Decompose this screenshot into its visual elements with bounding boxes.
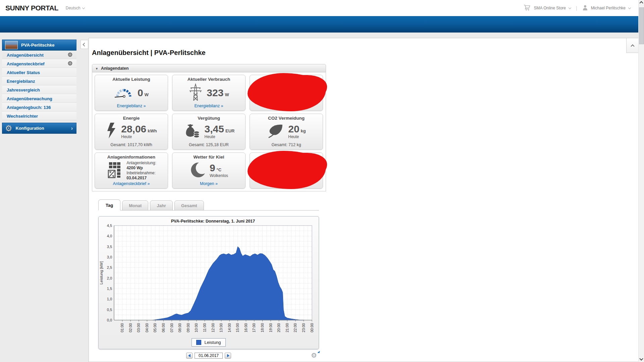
top-right-menu: SMA Online Store | Michael Perlitschke — [524, 4, 631, 12]
top-bar: SUNNY PORTAL Deutsch SMA Online Store | … — [0, 0, 644, 16]
sidebar-item-aktueller-status[interactable]: Aktueller Status — [2, 68, 76, 77]
sidebar-item-jahresvergleich[interactable]: Jahresvergleich — [2, 85, 76, 94]
svg-text:16:00: 16:00 — [244, 323, 248, 333]
moneybag-icon — [183, 123, 201, 140]
svg-text:1,0: 1,0 — [107, 297, 112, 301]
svg-text:3,5: 3,5 — [107, 245, 112, 249]
tile-value-block: 323W — [207, 88, 229, 98]
user-menu[interactable]: Michael Perlitschke — [591, 6, 626, 10]
tile-title: Anlageninformationen — [107, 155, 155, 160]
next-day-button[interactable] — [225, 353, 231, 359]
scroll-up-arrow[interactable] — [640, 2, 643, 4]
arrow-right-icon — [227, 354, 231, 357]
legend-label: Leistung — [204, 340, 221, 345]
svg-text:21:00: 21:00 — [285, 323, 289, 333]
sidebar-item-label: Wechselrichter — [7, 114, 38, 119]
sidebar-item-label: Anlagenüberwachung — [7, 96, 52, 101]
tab-jahr[interactable]: Jahr — [150, 200, 172, 210]
svg-text:4,5: 4,5 — [107, 224, 112, 228]
tile-footer: Energiebilanz » — [117, 104, 146, 110]
tile-value: 323W — [207, 88, 229, 98]
sidebar-item-energiebilanz[interactable]: Energiebilanz — [2, 77, 76, 85]
user-icon — [582, 5, 588, 12]
tile-link[interactable]: Energiebilanz » — [194, 104, 223, 108]
sidebar-item-label: Jahresvergleich — [7, 87, 40, 93]
tile-verg-tung: Vergütung3,45EURHeuteGesamt: 125,18 EUR — [172, 114, 246, 150]
globe-icon — [68, 61, 72, 67]
tile-main: 9°CWolkenlos — [174, 160, 243, 181]
chevron-up-icon — [631, 44, 634, 48]
tile-main: 323W — [174, 82, 243, 104]
chart-settings-button[interactable]: ⚙ — [311, 351, 319, 359]
tab-gesamt[interactable]: Gesamt — [174, 200, 204, 210]
pylon-icon — [189, 83, 203, 103]
anlagendaten-panel: ▼ Anlagendaten Aktuelle Leistung0WEnergi… — [92, 64, 326, 191]
legend-swatch — [196, 340, 201, 345]
sidebar-item-label: Aktueller Status — [7, 70, 40, 75]
tile-link[interactable]: Anlagensteckbrief » — [113, 181, 150, 186]
svg-text:Leistung [kW]: Leistung [kW] — [99, 261, 103, 285]
tab-monat[interactable]: Monat — [122, 200, 148, 210]
prev-day-button[interactable] — [186, 353, 193, 359]
redacted-tile — [250, 75, 323, 111]
svg-text:18:00: 18:00 — [260, 323, 264, 333]
svg-text:03:00: 03:00 — [137, 323, 141, 333]
tile-anlageninformationen: AnlageninformationenAnlagenleistung:4200… — [95, 153, 168, 189]
date-input[interactable] — [195, 353, 223, 359]
plant-header[interactable]: PVA-Perlitschke — [2, 40, 76, 51]
tile-value-block: 9°CWolkenlos — [210, 163, 228, 178]
tile-title: Aktuelle Leistung — [112, 77, 150, 82]
sidebar-item-konfiguration[interactable]: ⚙ Konfiguration › — [2, 123, 76, 134]
tab-tag[interactable]: Tag — [98, 199, 120, 210]
tile-value: 20kg — [288, 124, 306, 134]
sidebar-item-anlagen-bersicht[interactable]: Anlagenübersicht — [2, 51, 76, 59]
scroll-down-arrow[interactable] — [640, 357, 643, 360]
chevron-right-icon: › — [71, 125, 73, 131]
sidebar-item-anlagen-berwachung[interactable]: Anlagenüberwachung — [2, 94, 76, 103]
leaf-icon — [267, 123, 284, 140]
scrollbar-thumb[interactable] — [639, 7, 644, 44]
chart-panel: PVA-Perlitschke: Donnerstag, 1. Juni 201… — [98, 216, 319, 349]
sidebar-item-label: Anlagensteckbrief — [7, 61, 45, 66]
sunny-portal-logo: SUNNY PORTAL — [5, 4, 58, 12]
tile-aktuelle-leistung: Aktuelle Leistung0WEnergiebilanz » — [95, 75, 168, 111]
collapse-panel-button[interactable] — [626, 38, 639, 53]
svg-text:01:00: 01:00 — [120, 323, 124, 333]
cart-icon — [524, 4, 531, 12]
svg-text:10:00: 10:00 — [194, 323, 198, 333]
language-dropdown[interactable]: Deutsch — [66, 6, 85, 10]
svg-text:20:00: 20:00 — [277, 323, 281, 333]
tile-link[interactable]: Energiebilanz » — [117, 104, 146, 108]
period-tabs: TagMonatJahrGesamt — [98, 199, 319, 210]
sidebar-item-anlagenlogbuch-136[interactable]: Anlagenlogbuch: 136 — [2, 103, 76, 112]
sidebar-item-wechselrichter[interactable]: Wechselrichter — [2, 112, 76, 120]
collapse-sidebar-button[interactable] — [80, 40, 88, 49]
gear-icon: ⚙ — [5, 124, 12, 132]
chevron-left-icon — [83, 43, 86, 46]
svg-text:2,5: 2,5 — [107, 265, 112, 269]
svg-text:15:00: 15:00 — [235, 323, 239, 333]
svg-text:14:00: 14:00 — [227, 323, 231, 333]
tile-subtitle: Wolkenlos — [210, 173, 228, 178]
svg-text:12:00: 12:00 — [211, 323, 215, 333]
date-pager: ⚙ — [98, 352, 319, 359]
vertical-scrollbar[interactable] — [638, 0, 644, 362]
tile-footer: Morgen » — [200, 181, 218, 187]
tile-main: 3,45EURHeute — [174, 121, 243, 142]
svg-text:00:00: 00:00 — [310, 323, 314, 333]
solar-panel-icon — [106, 162, 122, 180]
store-menu[interactable]: SMA Online Store — [534, 6, 566, 10]
svg-text:PVA-Perlitschke: Donnerstag, 1: PVA-Perlitschke: Donnerstag, 1. Juni 201… — [171, 219, 255, 224]
sidebar-item-anlagensteckbrief[interactable]: Anlagensteckbrief — [2, 59, 76, 68]
svg-text:0,0: 0,0 — [107, 318, 112, 322]
tile-value-block: 3,45EURHeute — [205, 124, 235, 139]
tile-value-block: 20kgHeute — [288, 124, 306, 139]
tile-link[interactable]: Morgen » — [200, 181, 218, 186]
tile-footer: Energiebilanz » — [194, 104, 223, 110]
tile-title: Wetter für Kiel — [193, 155, 224, 160]
anlagendaten-header[interactable]: ▼ Anlagendaten — [92, 64, 326, 72]
chevron-down-icon — [82, 6, 85, 9]
svg-text:22:00: 22:00 — [293, 323, 297, 333]
bolt-icon — [106, 122, 117, 141]
svg-text:0,5: 0,5 — [107, 308, 112, 312]
